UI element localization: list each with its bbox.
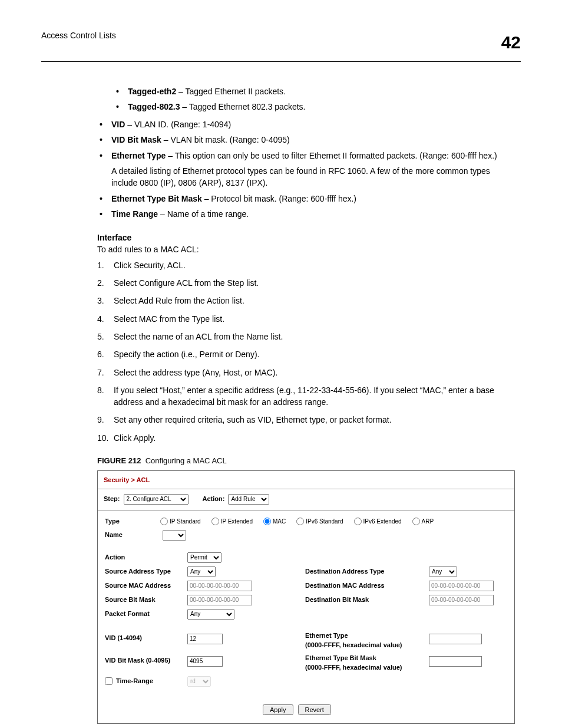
list-item: Ethernet Type Bit Mask – Protocol bit ma…: [97, 193, 515, 205]
src-mask-label: Source Bit Mask: [105, 595, 187, 605]
term: Ethernet Type: [111, 151, 166, 160]
packet-format-select[interactable]: Any: [187, 609, 234, 620]
action-select[interactable]: Add Rule: [228, 494, 269, 505]
desc: – Tagged Ethernet 802.3 packets.: [180, 102, 305, 111]
step-item: Click Apply.: [97, 432, 515, 444]
term: VID Bit Mask: [111, 135, 161, 144]
desc: – Name of a time range.: [158, 209, 249, 219]
running-header-left: Access Control Lists: [41, 29, 116, 41]
dst-mac-label: Destination MAC Address: [305, 581, 429, 591]
interface-intro: To add rules to a MAC ACL:: [97, 243, 515, 255]
list-item: VID – VLAN ID. (Range: 1-4094): [97, 118, 515, 130]
step-item: Specify the action (i.e., Permit or Deny…: [97, 348, 515, 360]
packet-format-label: Packet Format: [105, 610, 187, 619]
name-label: Name: [105, 531, 145, 540]
step-item: Select Configure ACL from the Step list.: [97, 277, 515, 289]
chapter-number: 42: [501, 29, 521, 55]
src-addr-type-label: Source Address Type: [105, 567, 187, 577]
type-radio-ip-standard[interactable]: IP Standard: [160, 518, 201, 526]
term: Tagged-eth2: [128, 87, 176, 96]
vid-label: VID (1-4094): [105, 631, 187, 643]
type-radio-group: IP Standard IP Extended MAC IPv6 Standar…: [160, 518, 434, 526]
time-range-select[interactable]: rd: [187, 676, 211, 687]
vid-mask-label: VID Bit Mask (0-4095): [105, 654, 187, 666]
desc: – This option can only be used to filter…: [166, 151, 497, 160]
step-item: Select MAC from the Type list.: [97, 313, 515, 325]
desc: – VLAN bit mask. (Range: 0-4095): [161, 135, 290, 144]
revert-button[interactable]: Revert: [298, 704, 331, 715]
step-item: If you select “Host,” enter a specific a…: [97, 384, 515, 409]
list-item: Tagged-eth2 – Tagged Ethernet II packets…: [114, 85, 515, 97]
time-range-label: Time-Range: [116, 677, 153, 686]
nested-bullet-list: Tagged-eth2 – Tagged Ethernet II packets…: [114, 85, 515, 113]
list-item: VID Bit Mask – VLAN bit mask. (Range: 0-…: [97, 134, 515, 146]
eth-mask-label: Ethernet Type Bit Mask: [305, 654, 429, 663]
type-radio-ipv6-extended[interactable]: IPv6 Extended: [354, 518, 402, 526]
apply-button[interactable]: Apply: [263, 704, 293, 715]
dst-addr-type-label: Destination Address Type: [305, 567, 429, 577]
type-radio-mac[interactable]: MAC: [263, 518, 286, 526]
list-item: Time Range – Name of a time range.: [97, 208, 515, 220]
type-radio-ip-extended[interactable]: IP Extended: [211, 518, 253, 526]
dst-mac-input[interactable]: [429, 581, 494, 591]
dst-mask-label: Destination Bit Mask: [305, 595, 429, 605]
term: Ethernet Type Bit Mask: [111, 194, 202, 203]
panel-step-row: Step: 2. Configure ACL Action: Add Rule: [98, 489, 514, 511]
list-item: Ethernet Type – This option can only be …: [97, 150, 515, 189]
step-item: Select the address type (Any, Host, or M…: [97, 367, 515, 378]
step-item: Click Security, ACL.: [97, 259, 515, 271]
step-item: Set any other required criteria, such as…: [97, 414, 515, 426]
src-addr-type-select[interactable]: Any: [187, 566, 216, 577]
src-mask-input[interactable]: [187, 595, 252, 605]
src-mac-input[interactable]: [187, 581, 252, 591]
eth-mask-input[interactable]: [429, 656, 482, 667]
step-select[interactable]: 2. Configure ACL: [124, 494, 189, 505]
header-rule: [41, 61, 521, 62]
steps-list: Click Security, ACL. Select Configure AC…: [97, 259, 515, 444]
name-select[interactable]: [163, 530, 186, 541]
vid-mask-input[interactable]: [187, 656, 223, 667]
top-bullet-list: VID – VLAN ID. (Range: 1-4094) VID Bit M…: [97, 118, 515, 220]
eth-mask-sub: (0000-FFFF, hexadecimal value): [305, 663, 429, 673]
step-item: Select the name of an ACL from the Name …: [97, 331, 515, 342]
term: Tagged-802.3: [128, 102, 180, 111]
term: VID: [111, 120, 125, 129]
type-radio-arp[interactable]: ARP: [412, 518, 434, 526]
term: Time Range: [111, 209, 158, 219]
action2-select[interactable]: Permit: [187, 552, 222, 563]
src-mac-label: Source MAC Address: [105, 581, 187, 591]
eth-type-sub: (0000-FFFF, hexadecimal value): [305, 641, 429, 650]
type-radio-ipv6-standard[interactable]: IPv6 Standard: [296, 518, 343, 526]
eth-type-input[interactable]: [429, 634, 482, 644]
time-range-checkbox[interactable]: [105, 677, 113, 685]
dst-mask-input[interactable]: [429, 595, 494, 605]
acl-panel: Security > ACL Step: 2. Configure ACL Ac…: [97, 470, 515, 724]
panel-title: Security > ACL: [98, 471, 514, 489]
interface-heading: Interface: [97, 232, 515, 243]
eth-type-label: Ethernet Type: [305, 631, 429, 641]
step-item: Select Add Rule from the Action list.: [97, 295, 515, 307]
vid-input[interactable]: [187, 634, 223, 644]
desc: – VLAN ID. (Range: 1-4094): [125, 120, 231, 129]
dst-addr-type-select[interactable]: Any: [429, 566, 457, 577]
action-label: Action:: [203, 495, 225, 504]
list-item: Tagged-802.3 – Tagged Ethernet 802.3 pac…: [114, 101, 515, 113]
type-label: Type: [105, 517, 145, 526]
desc: – Tagged Ethernet II packets.: [176, 87, 286, 96]
desc: – Protocol bit mask. (Range: 600-ffff he…: [202, 194, 356, 203]
figure-caption: Configuring a MAC ACL: [146, 456, 227, 465]
figure-label: FIGURE 212: [97, 456, 141, 465]
extra-paragraph: A detailed listing of Ethernet protocol …: [111, 165, 515, 189]
step-label: Step:: [104, 495, 120, 504]
action2-label: Action: [105, 553, 187, 562]
